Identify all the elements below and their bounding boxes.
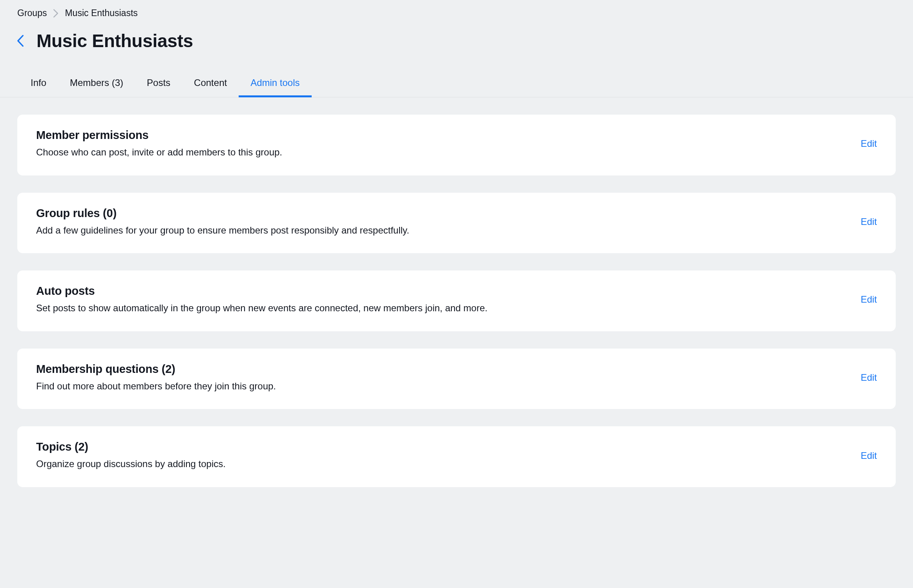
card-description: Find out more about members before they …	[36, 380, 851, 393]
tab-admin-tools[interactable]: Admin tools	[239, 70, 311, 97]
card-text: Member permissions Choose who can post, …	[36, 129, 851, 159]
tab-members[interactable]: Members (3)	[58, 70, 135, 97]
card-description: Choose who can post, invite or add membe…	[36, 146, 851, 159]
card-title: Member permissions	[36, 129, 851, 142]
tab-info[interactable]: Info	[17, 70, 58, 97]
card-topics: Topics (2) Organize group discussions by…	[17, 426, 896, 487]
card-title: Topics (2)	[36, 440, 851, 453]
card-auto-posts: Auto posts Set posts to show automatical…	[17, 270, 896, 331]
card-title: Auto posts	[36, 285, 851, 298]
edit-button[interactable]: Edit	[861, 216, 877, 227]
card-member-permissions: Member permissions Choose who can post, …	[17, 115, 896, 175]
tab-content[interactable]: Content	[182, 70, 239, 97]
back-button[interactable]	[17, 35, 24, 47]
breadcrumb: Groups Music Enthusiasts	[0, 0, 913, 24]
edit-button[interactable]: Edit	[861, 372, 877, 383]
page-header: Music Enthusiasts	[0, 24, 913, 70]
tab-posts[interactable]: Posts	[135, 70, 182, 97]
card-description: Add a few guidelines for your group to e…	[36, 224, 851, 237]
content-area: Member permissions Choose who can post, …	[0, 97, 913, 487]
card-text: Topics (2) Organize group discussions by…	[36, 440, 851, 471]
card-description: Set posts to show automatically in the g…	[36, 301, 851, 315]
card-text: Membership questions (2) Find out more a…	[36, 363, 851, 393]
card-membership-questions: Membership questions (2) Find out more a…	[17, 349, 896, 409]
tabs: Info Members (3) Posts Content Admin too…	[0, 70, 913, 97]
breadcrumb-root[interactable]: Groups	[17, 8, 47, 18]
page-container: Groups Music Enthusiasts Music Enthusias…	[0, 0, 913, 487]
card-text: Auto posts Set posts to show automatical…	[36, 285, 851, 315]
card-description: Organize group discussions by adding top…	[36, 457, 851, 471]
edit-button[interactable]: Edit	[861, 138, 877, 149]
card-text: Group rules (0) Add a few guidelines for…	[36, 207, 851, 237]
card-group-rules: Group rules (0) Add a few guidelines for…	[17, 193, 896, 254]
card-title: Group rules (0)	[36, 207, 851, 220]
card-title: Membership questions (2)	[36, 363, 851, 376]
chevron-right-icon	[53, 9, 58, 18]
edit-button[interactable]: Edit	[861, 450, 877, 461]
breadcrumb-current: Music Enthusiasts	[65, 8, 137, 18]
page-title: Music Enthusiasts	[37, 30, 193, 51]
edit-button[interactable]: Edit	[861, 294, 877, 305]
